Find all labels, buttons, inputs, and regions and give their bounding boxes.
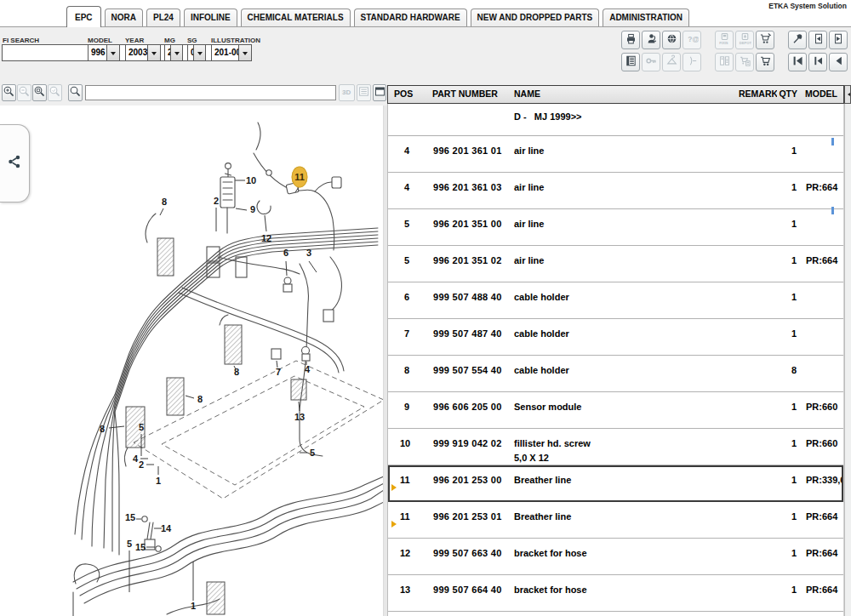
collapse-button[interactable] [683,53,701,71]
sg-dropdown-button[interactable] [193,45,205,60]
tab-administration[interactable]: ADMINISTRATION [603,9,689,26]
diagram-callout-2[interactable]: 2 [139,459,144,470]
table-row[interactable]: 9996 606 205 00Sensor module1PR:660 [388,392,843,429]
parts-list-button[interactable] [357,84,371,101]
share-icon [7,154,22,173]
table-row[interactable]: 4996 201 361 01air line1 [388,136,843,173]
table-row[interactable]: 11996 201 253 00Breather line1PR:339,664 [388,465,843,502]
diagram-callout-8[interactable]: 8 [197,394,203,404]
phone-list-button[interactable] [715,53,734,71]
zoom-out-button[interactable] [17,84,31,101]
diagram-callout-1[interactable]: 1 [191,601,196,611]
table-row[interactable]: 4996 201 361 03air line1PR:664 [388,173,843,209]
support-button[interactable] [642,31,660,49]
diagram-callout-9[interactable]: 9 [250,204,255,214]
column-header-model[interactable]: MODEL [800,86,845,103]
mg-dropdown-button[interactable] [170,45,182,60]
diagram-callout-7[interactable]: 7 [276,367,281,377]
table-row[interactable]: 5996 201 351 02air line1PR:664 [388,246,843,282]
nav-first-button[interactable] [788,53,807,71]
illustration-canvas[interactable]: 1082912116388741358542115145151 [0,106,383,616]
toolbar-row-1: ?@FIXISDEPOT [621,31,848,49]
table-row[interactable]: 6999 507 488 40cable holder1 [388,282,843,319]
model-dropdown-button[interactable] [106,45,119,60]
sg-combobox[interactable]: 01 [187,44,206,61]
print-button[interactable] [621,31,640,49]
order-cart-button[interactable] [756,31,774,49]
year-combobox[interactable]: 2003 (3) [125,44,161,61]
nav-prev-button[interactable] [829,53,848,71]
fixis-button[interactable]: FIXIS [715,31,734,49]
column-header-pos[interactable]: POS [388,86,422,103]
world-button[interactable] [662,31,681,49]
tab-pl24[interactable]: PL24 [146,9,180,26]
key-button[interactable] [642,53,660,71]
zoom-window-button[interactable] [32,84,47,101]
tab-chemical-materials[interactable]: CHEMICAL MATERIALS [241,9,351,26]
model-combobox[interactable]: 996 [88,44,120,61]
diagram-callout-8[interactable]: 8 [100,424,105,434]
share-flyout[interactable] [0,124,30,202]
toolbar-gap [703,53,713,71]
column-header-name[interactable]: NAME [511,86,739,103]
illustration-dropdown-button[interactable] [238,45,251,60]
table-row[interactable]: 11996 201 253 01Breather line1PR:664 [388,502,843,539]
cart-copy-button[interactable] [735,53,754,71]
tab-standard-hardware[interactable]: STANDARD HARDWARE [354,9,467,26]
tab-epc[interactable]: EPC [66,6,101,27]
diagram-callout-6[interactable]: 6 [283,248,288,258]
diagram-callout-1[interactable]: 1 [156,476,161,486]
diagram-callout-14[interactable]: 14 [161,523,171,533]
hanger-button[interactable] [662,53,681,71]
list-button[interactable] [621,53,640,71]
find-button[interactable] [68,84,83,101]
diagram-callout-10[interactable]: 10 [246,175,256,185]
nav-prev-group-button[interactable] [808,53,827,71]
diagram-callout-5[interactable]: 5 [127,539,132,549]
diagram-callout-5[interactable]: 5 [310,448,315,458]
cell-model: PR:660 [800,392,844,428]
table-scrollbar[interactable] [844,104,851,616]
diagram-callout-4[interactable]: 4 [133,453,138,464]
table-row[interactable]: 13999 507 664 40bracket for hose1PR:664 [388,575,843,612]
column-header-qty[interactable]: QTY [777,86,800,103]
illustration-combobox[interactable]: 201-005 [211,44,252,61]
column-header-part-number[interactable]: PART NUMBER [422,86,511,103]
tab-infoline[interactable]: INFOLINE [184,9,237,26]
mg-combobox[interactable]: 2 [164,44,183,61]
diagram-callout-12[interactable]: 12 [261,233,271,243]
page-back-button[interactable] [808,31,827,49]
scrollbar-top-button[interactable] [844,85,851,104]
diagram-callout-3[interactable]: 3 [306,248,311,258]
zoom-lock-button[interactable] [48,84,62,101]
table-row[interactable]: 7999 507 487 40cable holder1 [388,319,843,356]
toolbar-gap [776,53,786,71]
diagram-callout-13[interactable]: 13 [294,412,305,422]
cart-button[interactable] [756,53,774,71]
view-3d-button[interactable]: 3D [339,84,355,101]
tab-new-and-dropped-parts[interactable]: NEW AND DROPPED PARTS [471,9,600,26]
zoom-in-button[interactable] [2,84,16,101]
history-help-button[interactable]: ?@ [683,31,701,49]
table-row[interactable]: 12999 507 663 40bracket for hose1PR:664 [388,539,843,575]
column-header-remark[interactable]: REMARK [739,86,777,103]
diagram-callout-15[interactable]: 15 [125,512,135,522]
diagram-callout-15[interactable]: 15 [135,542,146,552]
table-row[interactable]: 5996 201 351 00air line1 [388,209,843,246]
table-row[interactable]: 10999 919 042 02fillister hd. screw5,0 X… [388,429,843,465]
diagram-callout-5[interactable]: 5 [139,422,144,432]
illustration-title-field[interactable] [85,85,336,100]
diagram-callout-8[interactable]: 8 [234,367,239,377]
pin-button[interactable] [788,31,807,49]
diagram-callout-2[interactable]: 2 [214,196,219,206]
diagram-callout-11[interactable]: 11 [292,167,308,188]
tab-nora[interactable]: NORA [105,9,143,26]
table-row[interactable]: 8999 507 554 40cable holder8 [388,356,843,392]
page-forward-button[interactable] [829,31,848,49]
split-view-button[interactable] [373,84,386,101]
year-dropdown-button[interactable] [147,45,160,60]
diagram-callout-8[interactable]: 8 [162,197,167,207]
parts-list-icon [357,85,370,101]
diagram-callout-4[interactable]: 4 [305,364,310,374]
depot-button[interactable]: DEPOT [735,31,754,49]
